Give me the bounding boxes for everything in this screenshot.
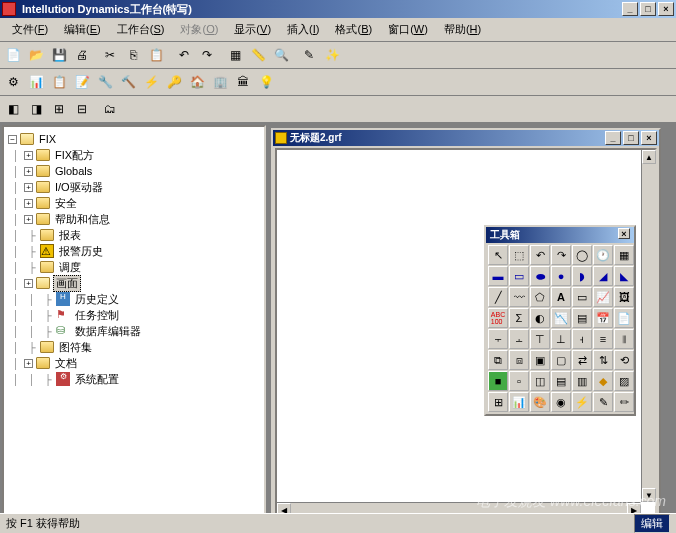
tree-item-报警历史[interactable]: │├⚠报警历史 (8, 243, 260, 259)
chord-tool-icon[interactable]: ◣ (614, 266, 634, 286)
sigma-tool-icon[interactable]: Σ (509, 308, 529, 328)
grid-icon[interactable]: ▦ (224, 44, 246, 66)
flip1-tool-icon[interactable]: ⇄ (572, 350, 592, 370)
child-maximize-button[interactable]: □ (623, 131, 639, 145)
text-tool-icon[interactable]: A (551, 287, 571, 307)
save-icon[interactable]: 💾 (48, 44, 70, 66)
pencil-icon[interactable]: ✎ (298, 44, 320, 66)
redo-icon[interactable]: ↷ (196, 44, 218, 66)
misc2-tool-icon[interactable]: 📊 (509, 392, 529, 412)
wand-icon[interactable]: ✨ (321, 44, 343, 66)
back-tool-icon[interactable]: ▢ (551, 350, 571, 370)
cut-icon[interactable]: ✂ (99, 44, 121, 66)
view4-icon[interactable]: ⊟ (71, 98, 93, 120)
redo-tool-icon[interactable]: ↷ (551, 245, 571, 265)
menu-插入[interactable]: 插入(I) (279, 20, 327, 39)
align4-tool-icon[interactable]: ⊥ (551, 329, 571, 349)
tool-d-icon[interactable]: 📝 (71, 71, 93, 93)
color1-tool-icon[interactable]: ■ (488, 371, 508, 391)
sheet-tool-icon[interactable]: 📄 (614, 308, 634, 328)
child-minimize-button[interactable]: _ (605, 131, 621, 145)
shape1-tool-icon[interactable]: ◯ (572, 245, 592, 265)
tree-item-数据库编辑器[interactable]: ││├⛁数据库编辑器 (8, 323, 260, 339)
tool-g-icon[interactable]: ⚡ (140, 71, 162, 93)
tool-i-icon[interactable]: 🏠 (186, 71, 208, 93)
misc3-tool-icon[interactable]: 🎨 (530, 392, 550, 412)
paste-icon[interactable]: 📋 (145, 44, 167, 66)
circle-tool-icon[interactable]: ● (551, 266, 571, 286)
line-tool-icon[interactable]: ╱ (488, 287, 508, 307)
undo-tool-icon[interactable]: ↶ (530, 245, 550, 265)
align3-tool-icon[interactable]: ⊤ (530, 329, 550, 349)
menu-窗口[interactable]: 窗口(W) (380, 20, 436, 39)
view1-icon[interactable]: ◧ (2, 98, 24, 120)
scroll-up-icon[interactable]: ▲ (642, 150, 656, 164)
menu-帮助[interactable]: 帮助(H) (436, 20, 489, 39)
misc5-tool-icon[interactable]: ⚡ (572, 392, 592, 412)
vertical-scrollbar[interactable]: ▲ ▼ (641, 150, 657, 502)
tree-item-系统配置[interactable]: ││├⚙系统配置 (8, 371, 260, 387)
toolbox-palette[interactable]: 工具箱 × ↖ ⬚ ↶ ↷ ◯ 🕐 ▦ ▬ ▭ ⬬ ● ◗ ◢ ◣ ╱ 〰 ⬠ (484, 225, 636, 416)
color4-tool-icon[interactable]: ▤ (551, 371, 571, 391)
pie-tool-icon[interactable]: ◢ (593, 266, 613, 286)
minimize-button[interactable]: _ (622, 2, 638, 16)
rect-tool-icon[interactable]: ▬ (488, 266, 508, 286)
copy-icon[interactable]: ⎘ (122, 44, 144, 66)
ruler-icon[interactable]: 📏 (247, 44, 269, 66)
dist2-tool-icon[interactable]: ≡ (593, 329, 613, 349)
tree-root[interactable]: −FIX (8, 131, 260, 147)
color6-tool-icon[interactable]: ◆ (593, 371, 613, 391)
table-tool-icon[interactable]: ▤ (572, 308, 592, 328)
tool-a-icon[interactable]: ⚙ (2, 71, 24, 93)
tool-j-icon[interactable]: 🏢 (209, 71, 231, 93)
tree-pane[interactable]: −FIX│+FIX配方│+Globals│+I/O驱动器│+安全│+帮助和信息│… (2, 125, 266, 529)
group2-tool-icon[interactable]: ⧇ (509, 350, 529, 370)
tool-e-icon[interactable]: 🔧 (94, 71, 116, 93)
abc-tool-icon[interactable]: ABC100 (488, 308, 508, 328)
tree-item-历史定义[interactable]: ││├H历史定义 (8, 291, 260, 307)
tool-c-icon[interactable]: 📋 (48, 71, 70, 93)
misc7-tool-icon[interactable]: ✏ (614, 392, 634, 412)
color7-tool-icon[interactable]: ▨ (614, 371, 634, 391)
chart-tool-icon[interactable]: 📈 (593, 287, 613, 307)
tree-item-帮助和信息[interactable]: │+帮助和信息 (8, 211, 260, 227)
tree-item-FIX配方[interactable]: │+FIX配方 (8, 147, 260, 163)
menu-显示[interactable]: 显示(V) (226, 20, 279, 39)
close-button[interactable]: × (658, 2, 674, 16)
new-icon[interactable]: 📄 (2, 44, 24, 66)
tree-item-画面[interactable]: │+画面 (8, 275, 260, 291)
tree-item-文档[interactable]: │+文档 (8, 355, 260, 371)
align2-tool-icon[interactable]: ⫠ (509, 329, 529, 349)
trend-tool-icon[interactable]: 📉 (551, 308, 571, 328)
misc1-tool-icon[interactable]: ⊞ (488, 392, 508, 412)
menu-对象[interactable]: 对象(O) (172, 20, 226, 39)
print-icon[interactable]: 🖨 (71, 44, 93, 66)
select-tool-icon[interactable]: ⬚ (509, 245, 529, 265)
menu-格式[interactable]: 格式(B) (327, 20, 380, 39)
menu-工作台[interactable]: 工作台(S) (109, 20, 173, 39)
tree-item-安全[interactable]: │+安全 (8, 195, 260, 211)
tree-item-图符集[interactable]: │├图符集 (8, 339, 260, 355)
menu-文件[interactable]: 文件(F) (4, 20, 56, 39)
dist3-tool-icon[interactable]: ⦀ (614, 329, 634, 349)
dist1-tool-icon[interactable]: ⫞ (572, 329, 592, 349)
misc4-tool-icon[interactable]: ◉ (551, 392, 571, 412)
tool-h-icon[interactable]: 🔑 (163, 71, 185, 93)
menu-编辑[interactable]: 编辑(E) (56, 20, 109, 39)
child-close-button[interactable]: × (641, 131, 657, 145)
rotate-tool-icon[interactable]: ⟲ (614, 350, 634, 370)
button-tool-icon[interactable]: ▭ (572, 287, 592, 307)
pointer-tool-icon[interactable]: ↖ (488, 245, 508, 265)
undo-icon[interactable]: ↶ (173, 44, 195, 66)
tree-item-报表[interactable]: │├报表 (8, 227, 260, 243)
gauge-tool-icon[interactable]: ◐ (530, 308, 550, 328)
tool-k-icon[interactable]: 🏛 (232, 71, 254, 93)
arc-tool-icon[interactable]: ◗ (572, 266, 592, 286)
tool-l-icon[interactable]: 💡 (255, 71, 277, 93)
ellipse-tool-icon[interactable]: ⬬ (530, 266, 550, 286)
tool-f-icon[interactable]: 🔨 (117, 71, 139, 93)
toolbox-titlebar[interactable]: 工具箱 × (486, 227, 634, 243)
align1-tool-icon[interactable]: ⫟ (488, 329, 508, 349)
open-icon[interactable]: 📂 (25, 44, 47, 66)
image-tool-icon[interactable]: 🖼 (614, 287, 634, 307)
